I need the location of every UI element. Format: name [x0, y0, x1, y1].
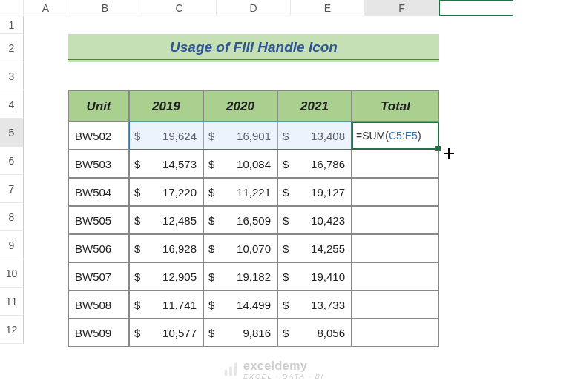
cell-2020[interactable]: $9,816 [203, 319, 277, 347]
fill-cursor-icon [444, 148, 454, 159]
th-2019[interactable]: 2019 [129, 90, 203, 122]
cell-total[interactable] [352, 150, 439, 178]
cell-total[interactable] [352, 178, 439, 206]
active-cell[interactable]: =SUM(C5:E5) [352, 122, 439, 150]
cell-2019[interactable]: $12,905 [129, 262, 203, 290]
cell-2019[interactable]: $17,220 [129, 178, 203, 206]
row-headers: 1 2 3 4 5 6 7 8 9 10 11 12 [0, 16, 24, 344]
cell-2021[interactable]: $19,127 [277, 178, 352, 206]
col-header-E[interactable]: E [291, 0, 365, 16]
cell-2021[interactable]: $19,410 [277, 262, 352, 290]
row-header-6[interactable]: 6 [0, 147, 24, 175]
cell-2021[interactable]: $8,056 [277, 319, 352, 347]
cell-2019[interactable]: $10,577 [129, 319, 203, 347]
th-2020[interactable]: 2020 [203, 90, 277, 122]
col-header-F[interactable]: F [365, 0, 439, 16]
row-header-5[interactable]: 5 [0, 119, 24, 147]
cell-2019[interactable]: $14,573 [129, 150, 203, 178]
cell-unit[interactable]: BW506 [68, 234, 129, 262]
th-unit[interactable]: Unit [68, 90, 129, 122]
cell-unit[interactable]: BW509 [68, 319, 129, 347]
svg-rect-1 [229, 366, 232, 376]
cell-total[interactable] [352, 206, 439, 234]
cell-2021[interactable]: $16,786 [277, 150, 352, 178]
row-header-2[interactable]: 2 [0, 34, 24, 62]
chart-icon [223, 362, 239, 378]
col-header-B[interactable]: B [68, 0, 142, 16]
row-header-4[interactable]: 4 [0, 90, 24, 119]
cell-total[interactable] [352, 234, 439, 262]
row-header-12[interactable]: 12 [0, 316, 24, 344]
table-row: BW505$12,485$16,509$10,423 [68, 206, 439, 234]
col-header-C[interactable]: C [142, 0, 217, 16]
formula-text: =SUM(C5:E5) [356, 130, 421, 142]
row-header-10[interactable]: 10 [0, 259, 24, 288]
cell-2021[interactable]: $14,255 [277, 234, 352, 262]
watermark: exceldemy EXCEL · DATA · BI [223, 359, 324, 380]
table-row: BW509$10,577$9,816$8,056 [68, 319, 439, 347]
col-header-D[interactable]: D [217, 0, 291, 16]
cell-total[interactable] [352, 319, 439, 347]
table-row: BW504$17,220$11,221$19,127 [68, 178, 439, 206]
cell-2020[interactable]: $10,070 [203, 234, 277, 262]
cell-2020[interactable]: $16,509 [203, 206, 277, 234]
col-header-A[interactable]: A [24, 0, 68, 16]
cell-2020[interactable]: $14,499 [203, 290, 277, 319]
cell-2020[interactable]: $19,182 [203, 262, 277, 290]
column-headers: A B C D E F [0, 0, 569, 16]
table-row: BW506$16,928$10,070$14,255 [68, 234, 439, 262]
th-total[interactable]: Total [352, 90, 439, 122]
row-header-3[interactable]: 3 [0, 62, 24, 90]
cell-2021[interactable]: $13,733 [277, 290, 352, 319]
table-row: BW503$14,573$10,084$16,786 [68, 150, 439, 178]
cell-total[interactable] [352, 262, 439, 290]
select-all-corner[interactable] [0, 0, 24, 16]
table-row: BW507$12,905$19,182$19,410 [68, 262, 439, 290]
row-header-9[interactable]: 9 [0, 231, 24, 259]
cell-total[interactable] [352, 290, 439, 319]
cell-unit[interactable]: BW508 [68, 290, 129, 319]
cell-2020[interactable]: $16,901 [203, 122, 277, 150]
cell-2019[interactable]: $12,485 [129, 206, 203, 234]
svg-rect-0 [225, 370, 228, 376]
cell-2021[interactable]: $10,423 [277, 206, 352, 234]
cell-unit[interactable]: BW505 [68, 206, 129, 234]
fill-handle[interactable] [435, 146, 441, 151]
cell-2019[interactable]: $19,624 [129, 122, 203, 150]
cell-2020[interactable]: $11,221 [203, 178, 277, 206]
cell-2021[interactable]: $13,408 [277, 122, 352, 150]
cell-unit[interactable]: BW507 [68, 262, 129, 290]
cell-unit[interactable]: BW503 [68, 150, 129, 178]
cell-unit[interactable]: BW502 [68, 122, 129, 150]
cell-2019[interactable]: $16,928 [129, 234, 203, 262]
table-row: BW508$11,741$14,499$13,733 [68, 290, 439, 319]
row-header-8[interactable]: 8 [0, 203, 24, 231]
svg-rect-2 [234, 363, 237, 376]
row-header-11[interactable]: 11 [0, 288, 24, 316]
th-2021[interactable]: 2021 [277, 90, 352, 122]
row-header-7[interactable]: 7 [0, 175, 24, 203]
cell-unit[interactable]: BW504 [68, 178, 129, 206]
table-header-row: Unit 2019 2020 2021 Total [68, 90, 439, 122]
page-title: Usage of Fill Handle Icon [68, 34, 439, 62]
cell-2020[interactable]: $10,084 [203, 150, 277, 178]
cell-2019[interactable]: $11,741 [129, 290, 203, 319]
row-header-1[interactable]: 1 [0, 16, 24, 34]
